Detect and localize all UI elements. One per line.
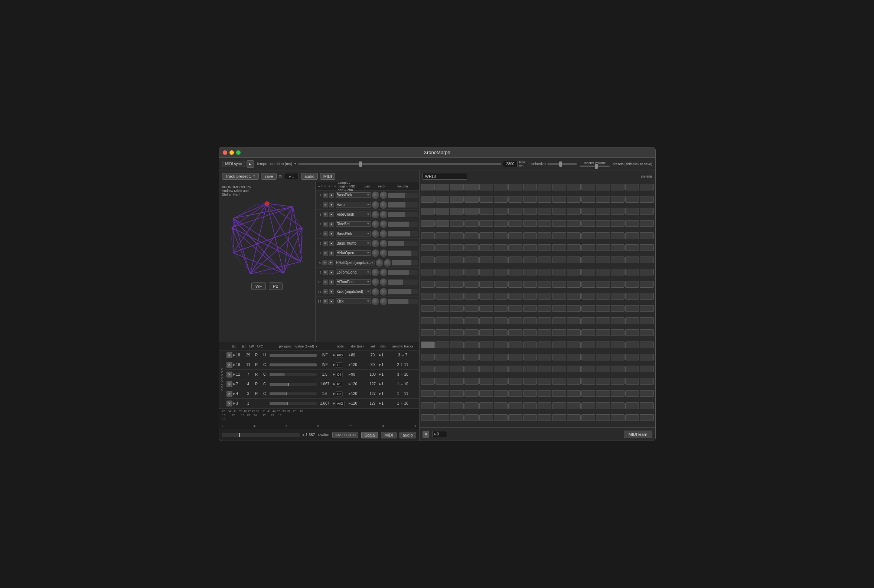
poly-l-arrow[interactable]: ▶ [233,363,236,366]
preset-cell[interactable] [552,317,566,324]
chn-arrow[interactable]: ▶ [379,402,381,405]
preset-cell[interactable] [581,342,595,348]
tempo-value[interactable]: 2800 [503,161,518,167]
preset-cell[interactable] [494,342,508,348]
preset-cell[interactable] [640,366,653,372]
preset-cell[interactable] [479,342,493,348]
preset-cell[interactable] [450,414,464,421]
preset-cell[interactable] [464,184,478,190]
preset-cell[interactable] [421,256,435,263]
preset-cell[interactable] [611,232,625,239]
preset-cell[interactable] [435,281,449,288]
preset-cell[interactable] [625,317,639,324]
preset-cell[interactable] [611,414,625,421]
preset-cell[interactable] [538,244,551,251]
wave-icon[interactable]: ≋ [323,222,328,227]
preset-cell[interactable] [581,220,595,227]
plugin-icon[interactable]: ● [328,260,333,266]
preset-cell[interactable] [640,184,653,190]
preset-cell[interactable] [625,232,639,239]
wave-icon[interactable]: ≋ [323,289,328,294]
preset-cell[interactable] [625,390,639,397]
preset-cell[interactable] [567,366,581,372]
preset-cell[interactable] [494,329,508,336]
preset-cell[interactable] [494,232,508,239]
preset-cell[interactable] [523,244,537,251]
preset-cell[interactable] [538,281,551,288]
verb-knob[interactable] [380,220,387,228]
preset-cell[interactable] [581,256,595,263]
poly-l-arrow[interactable]: ▶ [233,373,236,376]
chn-arrow[interactable]: ▶ [379,353,381,357]
preset-cell[interactable] [494,281,508,288]
volume-bar[interactable] [388,289,418,294]
preset-cell[interactable] [538,220,551,227]
poly-bar[interactable] [270,354,317,357]
preset-cell[interactable] [611,402,625,409]
preset-cell[interactable] [479,293,493,300]
preset-cell[interactable] [640,390,653,397]
preset-cell[interactable] [581,354,595,360]
preset-cell[interactable] [567,220,581,227]
preset-cell[interactable] [435,402,449,409]
pan-knob[interactable] [372,211,379,218]
preset-cell[interactable] [450,220,464,227]
preset-cell[interactable] [567,281,581,288]
preset-cell[interactable] [435,244,449,251]
verb-knob[interactable] [380,211,387,218]
preset-cell[interactable] [464,366,478,372]
wave-icon[interactable]: ≋ [323,231,328,237]
preset-cell[interactable] [435,293,449,300]
preset-cell[interactable] [464,293,478,300]
preset-cell[interactable] [625,414,639,421]
preset-cell[interactable] [538,208,551,214]
preset-cell[interactable] [523,414,537,421]
preset-cell[interactable] [435,208,449,214]
preset-cell[interactable] [421,208,435,214]
preset-cell[interactable] [523,220,537,227]
preset-cell[interactable] [640,269,653,276]
verb-knob[interactable] [380,249,387,257]
preset-cell[interactable] [523,293,537,300]
save-loop-button[interactable]: save loop as [332,432,358,438]
preset-cell[interactable] [494,378,508,385]
preset-cell[interactable] [596,342,610,348]
preset-cell[interactable] [450,232,464,239]
preset-cell[interactable] [464,402,478,409]
track-preset-button[interactable]: Track preset 1 ▼ [222,173,259,180]
preset-cell[interactable] [450,281,464,288]
wave-icon[interactable]: ≋ [323,299,328,304]
preset-cell[interactable] [625,293,639,300]
poly-l-arrow[interactable]: ▶ [233,402,236,405]
dur-arrow[interactable]: ▶ [348,373,351,376]
plugin-icon[interactable]: ● [329,202,334,207]
preset-cell[interactable] [523,317,537,324]
preset-cell[interactable] [421,402,435,409]
preset-cell[interactable] [494,366,508,372]
preset-cell[interactable] [479,305,493,312]
verb-knob[interactable] [384,259,391,267]
preset-cell[interactable] [435,196,449,202]
preset-cell[interactable] [421,329,435,336]
preset-cell[interactable] [581,232,595,239]
preset-cell[interactable] [450,293,464,300]
preset-cell[interactable] [567,402,581,409]
preset-cell[interactable] [479,208,493,214]
preset-cell[interactable] [640,354,653,360]
preset-cell[interactable] [581,366,595,372]
preset-cell[interactable] [523,390,537,397]
preset-cell[interactable] [567,196,581,202]
preset-cell[interactable] [523,402,537,409]
preset-cell[interactable] [479,414,493,421]
preset-cell[interactable] [552,390,566,397]
preset-cell[interactable] [596,281,610,288]
track-plugin-select[interactable]: Harp ▼ [336,202,371,207]
preset-cell[interactable] [640,317,653,324]
note-arrow[interactable]: ▶ [333,392,335,395]
preset-cell[interactable] [464,196,478,202]
preset-cell[interactable] [640,196,653,202]
preset-cell[interactable] [450,269,464,276]
poly-l-arrow[interactable]: ▶ [233,382,236,386]
preset-cell[interactable] [538,196,551,202]
poly-note[interactable]: A#2 [336,401,345,406]
